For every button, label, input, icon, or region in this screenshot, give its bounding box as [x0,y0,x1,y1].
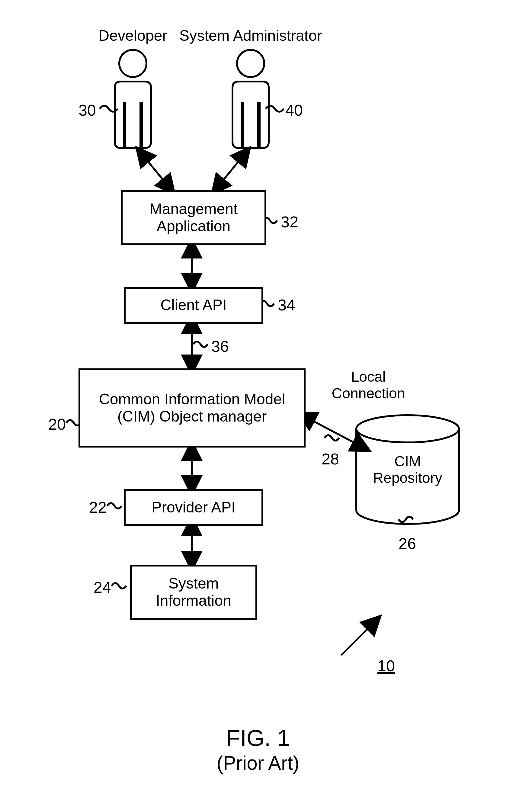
figure-title: FIG. 1 [0,725,516,751]
ref-24: 24 [94,578,111,597]
ref-10: 10 [377,657,395,675]
ref-28: 28 [321,450,339,468]
diagram-canvas: Developer System Administrator Managemen… [0,0,516,812]
developer-icon [115,50,151,148]
svg-point-2 [356,415,459,442]
ref-22: 22 [89,498,107,516]
arrow-developer-mgmt [142,154,169,187]
ref-34: 34 [278,296,295,314]
squiggle-36 [193,342,208,347]
cim-object-manager-box: Common Information Model (CIM) Object ma… [79,369,306,447]
system-information-box: System Information [130,565,257,620]
figure-subtitle: (Prior Art) [0,752,516,774]
ref-26: 26 [399,534,416,553]
cim-repository-label: CIM Repository [371,453,444,486]
arrow-cim-repo [305,417,362,447]
ref-30: 30 [79,101,96,119]
svg-point-1 [237,50,264,77]
provider-api-box: Provider API [124,489,263,526]
cim-object-manager-text: Common Information Model (CIM) Object ma… [99,391,285,426]
pointer-10 [341,622,374,655]
squiggle-28 [324,435,339,441]
squiggle-22 [107,503,122,509]
squiggle-24 [112,583,126,588]
ref-32: 32 [281,213,298,231]
arrow-sysadmin-mgmt [218,154,245,187]
provider-api-text: Provider API [151,499,235,516]
sysadmin-label: System Administrator [178,27,323,45]
ref-20: 20 [48,415,66,433]
client-api-box: Client API [124,287,263,324]
sysadmin-icon [232,50,269,148]
ref-36: 36 [211,337,229,355]
system-information-text: System Information [156,575,231,610]
client-api-text: Client API [160,296,227,314]
management-application-box: Management Application [121,190,266,245]
developer-label: Developer [91,27,175,45]
squiggle-26 [399,517,413,522]
svg-point-0 [119,50,146,77]
ref-40: 40 [285,101,303,119]
local-connection-label: Local Connection [329,369,408,402]
management-application-text: Management Application [149,201,238,235]
